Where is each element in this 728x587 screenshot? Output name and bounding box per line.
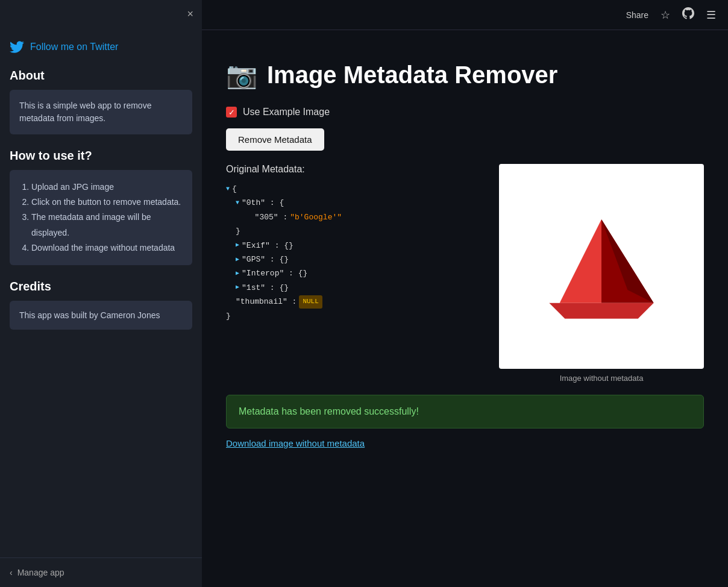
- tree-key-0th: "0th" : {: [242, 196, 284, 210]
- credits-heading: Credits: [10, 280, 192, 294]
- metadata-label: Original Metadata:: [226, 164, 481, 175]
- tree-val-null: NULL: [299, 295, 322, 309]
- metadata-tree: ▼ { ▼ "0th" : { "305" : "b'Google'": [226, 182, 481, 323]
- how-to-heading: How to use it?: [10, 149, 192, 163]
- metadata-section: Original Metadata: ▼ { ▼ "0th" : {: [226, 164, 704, 383]
- download-link[interactable]: Download image without metadata: [226, 438, 365, 448]
- use-example-row: ✓ Use Example Image: [226, 107, 704, 118]
- share-button[interactable]: Share: [626, 10, 648, 20]
- tree-arrow-gps[interactable]: ▶: [236, 254, 239, 265]
- tree-arrow-exif[interactable]: ▶: [236, 240, 239, 251]
- step-1: Upload an JPG image: [31, 180, 183, 195]
- chevron-left-icon: ‹: [10, 568, 13, 577]
- about-description: This is a simple web app to remove metad…: [10, 90, 192, 134]
- app-title: Image Metadata Remover: [267, 61, 557, 89]
- use-example-label: Use Example Image: [243, 107, 330, 118]
- tree-brace-root-close: }: [226, 309, 231, 323]
- metadata-left: Original Metadata: ▼ { ▼ "0th" : {: [226, 164, 481, 323]
- tree-key-thumbnail: "thumbnail" :: [236, 295, 297, 309]
- github-icon[interactable]: [682, 7, 694, 22]
- steps-box: Upload an JPG image Click on the button …: [10, 170, 192, 265]
- success-banner: Metadata has been removed successfully!: [226, 395, 704, 428]
- close-button[interactable]: ×: [187, 8, 193, 19]
- steps-list: Upload an JPG image Click on the button …: [19, 180, 183, 256]
- tree-key-305: "305" :: [245, 210, 287, 224]
- credits-text: This app was built by Cameron Jones: [10, 301, 192, 330]
- tree-brace-open: {: [232, 182, 237, 196]
- use-example-checkbox[interactable]: ✓: [226, 107, 237, 118]
- manage-app-label: Manage app: [17, 568, 64, 577]
- camera-emoji: 📷: [226, 60, 257, 90]
- tree-arrow-1st[interactable]: ▶: [236, 282, 239, 293]
- sidebar: × Follow me on Twitter About This is a s…: [0, 0, 202, 587]
- tree-key-interop: "Interop" : {}: [242, 266, 307, 280]
- main-content: 📷 Image Metadata Remover ✓ Use Example I…: [202, 30, 728, 587]
- twitter-link[interactable]: Follow me on Twitter: [10, 40, 192, 54]
- paper-boat-image: [523, 206, 680, 327]
- image-caption: Image without metadata: [499, 374, 704, 383]
- header-bar: Share ☆ ☰: [202, 0, 728, 30]
- about-heading: About: [10, 69, 192, 83]
- step-3: The metadata and image will be displayed…: [31, 210, 183, 240]
- tree-val-305: "b'Google'": [290, 210, 342, 224]
- image-box: [499, 164, 704, 369]
- tree-arrow-interop[interactable]: ▶: [236, 268, 239, 279]
- tree-arrow-root[interactable]: ▼: [226, 184, 230, 195]
- tree-brace-0th-close: }: [236, 224, 240, 238]
- tree-key-1st: "1st" : {}: [242, 281, 289, 295]
- tree-key-gps: "GPS" : {}: [242, 253, 289, 266]
- svg-marker-3: [549, 303, 653, 319]
- tree-key-exif: "Exif" : {}: [242, 239, 293, 253]
- app-title-row: 📷 Image Metadata Remover: [226, 60, 704, 90]
- manage-app-bar[interactable]: ‹ Manage app: [0, 557, 202, 587]
- star-icon[interactable]: ☆: [661, 8, 670, 22]
- step-4: Download the image without metadata: [31, 240, 183, 256]
- twitter-link-label: Follow me on Twitter: [30, 42, 118, 52]
- svg-marker-0: [560, 219, 601, 303]
- menu-icon[interactable]: ☰: [706, 8, 716, 22]
- remove-metadata-button[interactable]: Remove Metadata: [226, 128, 324, 151]
- image-preview: Image without metadata: [499, 164, 704, 383]
- tree-arrow-0th[interactable]: ▼: [236, 198, 239, 209]
- twitter-icon: [10, 40, 24, 54]
- step-2: Click on the button to remove metadata.: [31, 195, 183, 210]
